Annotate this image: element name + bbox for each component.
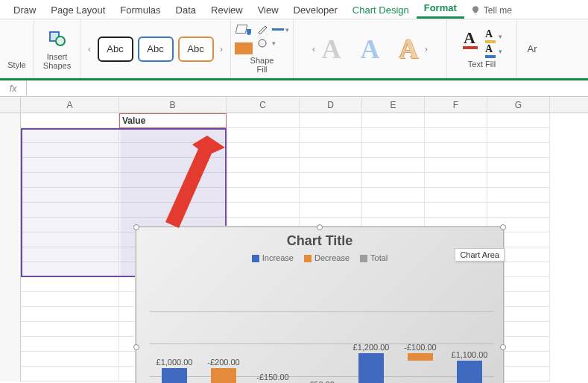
col-header-E[interactable]: E (362, 97, 425, 113)
chart-plot-area[interactable]: £1,000.00-£200.00-£150.00£50.00£1,200.00… (150, 279, 494, 383)
cell-B1[interactable]: Value (119, 113, 227, 128)
legend-decrease: Decrease (304, 253, 350, 262)
shape-fill-swatch[interactable] (235, 42, 253, 54)
data-label: -£100.00 (394, 343, 446, 352)
effects-icon (257, 38, 271, 48)
resize-handle[interactable] (133, 344, 139, 350)
chevron-down-icon: ▾ (499, 33, 502, 40)
resize-handle[interactable] (500, 224, 506, 230)
tell-me-search[interactable]: Tell me (464, 2, 518, 19)
lightbulb-icon (470, 5, 481, 16)
insert-shapes-label: Insert Shapes (43, 52, 71, 70)
data-label: -£150.00 (247, 373, 299, 382)
ribbon-tabs: Draw Page Layout Formulas Data Review Vi… (0, 0, 588, 19)
tab-page-layout[interactable]: Page Layout (43, 1, 113, 19)
wordart-label-fragment: Ar (528, 43, 537, 54)
chart-bar[interactable] (408, 353, 433, 361)
tab-view[interactable]: View (250, 1, 286, 19)
shape-fill-label: Shape Fill (250, 56, 274, 74)
tell-me-label: Tell me (484, 5, 512, 16)
chart-bar[interactable] (457, 361, 482, 383)
style-group-label: Style (7, 60, 25, 69)
text-fill-button[interactable]: A (461, 30, 481, 49)
data-label: £50.00 (296, 380, 348, 383)
tab-formulas[interactable]: Formulas (113, 1, 168, 19)
chart-object[interactable]: Chart Area Chart Title Increase Decrease… (136, 227, 504, 383)
shape-style-3[interactable]: Abc (178, 37, 214, 62)
shape-effects-button[interactable]: ▾ (257, 38, 289, 48)
legend-increase: Increase (252, 253, 294, 262)
data-label: -£200.00 (197, 358, 250, 367)
chevron-down-icon: ▾ (499, 48, 502, 55)
fx-label[interactable]: fx (0, 80, 27, 97)
chart-title[interactable]: Chart Title (136, 233, 503, 249)
wordart-style-1[interactable]: A (322, 34, 341, 65)
wordart-prev[interactable]: ‹ (311, 34, 317, 64)
data-label: £1,000.00 (148, 358, 200, 367)
shape-style-prev[interactable]: ‹ (86, 34, 93, 64)
bucket-icon[interactable] (235, 25, 251, 41)
shape-outline-button[interactable]: ▾ (257, 25, 289, 35)
chart-bar[interactable] (358, 353, 384, 383)
chart-tooltip: Chart Area (455, 248, 505, 262)
formula-bar: fx (0, 80, 588, 97)
group-shape-fill: ▾ ▾ Shape Fill (231, 19, 294, 78)
chart-legend[interactable]: Increase Decrease Total (136, 253, 503, 262)
worksheet: A B C D E F G Value /* rows generated be… (0, 97, 588, 382)
abc-label: Abc (187, 43, 203, 54)
tab-chart-design[interactable]: Chart Design (345, 1, 417, 19)
col-header-F[interactable]: F (425, 97, 487, 113)
chart-bar[interactable] (211, 368, 236, 383)
group-text-fill: A A ▾ A ▾ Text Fill (447, 19, 517, 78)
ribbon: Style Insert Shapes ‹ Abc Abc Abc › (0, 19, 588, 80)
shape-style-1[interactable]: Abc (98, 37, 133, 62)
abc-label: Abc (107, 43, 123, 54)
tab-review[interactable]: Review (203, 1, 250, 19)
text-outline-button[interactable]: A ▾ (484, 30, 502, 43)
data-label: £1,100.00 (443, 350, 496, 359)
text-effects-button[interactable]: A ▾ (484, 45, 502, 58)
col-header-C[interactable]: C (227, 97, 300, 113)
resize-handle[interactable] (317, 224, 323, 230)
column-headers: A B C D E F G (0, 97, 588, 113)
wordart-next[interactable]: › (423, 34, 430, 64)
resize-handle[interactable] (133, 224, 139, 230)
svg-point-0 (259, 39, 266, 47)
tab-data[interactable]: Data (168, 1, 203, 19)
chevron-down-icon: ▾ (285, 26, 289, 34)
shape-style-next[interactable]: › (218, 34, 225, 64)
text-fill-label: Text Fill (468, 60, 496, 69)
wordart-style-3[interactable]: A (399, 34, 419, 65)
group-cutoff: Ar (517, 19, 547, 78)
pen-icon (257, 25, 271, 35)
chevron-down-icon: ▾ (272, 39, 276, 47)
shape-style-2[interactable]: Abc (138, 37, 174, 62)
tab-draw[interactable]: Draw (6, 1, 43, 19)
col-header-B[interactable]: B (119, 97, 227, 113)
col-header-D[interactable]: D (300, 97, 362, 113)
abc-label: Abc (147, 43, 163, 54)
data-label: £1,200.00 (345, 343, 397, 352)
legend-total: Total (360, 253, 388, 262)
formula-input[interactable] (27, 80, 588, 96)
col-header-A[interactable]: A (21, 97, 119, 113)
group-shape-styles: ‹ Abc Abc Abc › (80, 19, 231, 78)
chart-bar[interactable] (162, 368, 187, 383)
tab-developer[interactable]: Developer (286, 1, 345, 19)
col-header-G[interactable]: G (487, 97, 550, 113)
insert-shapes-icon[interactable] (45, 28, 70, 51)
group-style: Style (0, 19, 34, 78)
select-all-corner[interactable] (0, 97, 21, 113)
tab-format[interactable]: Format (417, 0, 464, 19)
wordart-style-2[interactable]: A (361, 34, 380, 65)
resize-handle[interactable] (500, 344, 506, 350)
group-insert-shapes: Insert Shapes (34, 19, 80, 78)
group-wordart-styles: ‹ A A A › (294, 19, 447, 78)
